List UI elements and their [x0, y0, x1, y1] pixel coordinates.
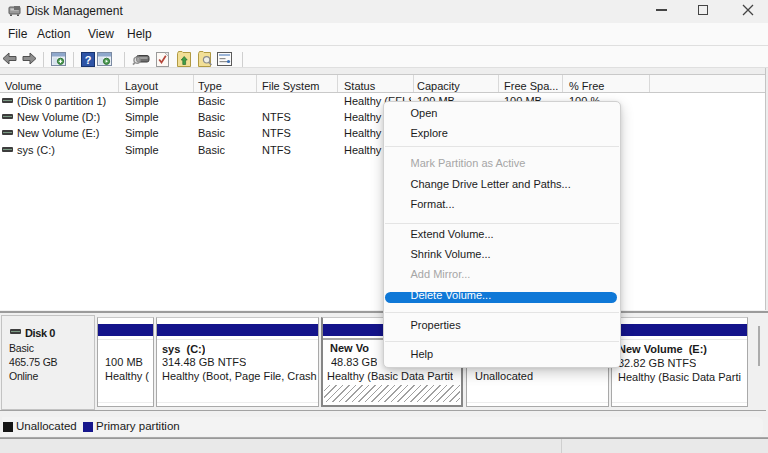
- svg-text:?: ?: [85, 54, 92, 66]
